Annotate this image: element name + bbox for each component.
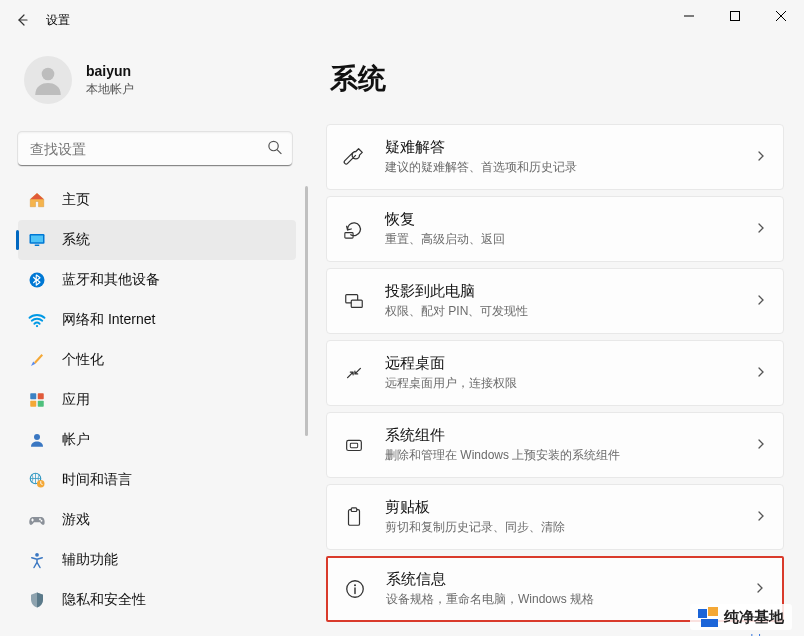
card-title: 系统组件 [385,426,755,445]
svg-point-12 [36,325,38,327]
maximize-icon [730,11,740,21]
svg-rect-26 [347,440,362,450]
card-title: 剪贴板 [385,498,755,517]
info-icon [342,576,368,602]
minimize-icon [684,11,694,21]
sidebar-item-system[interactable]: 系统 [18,220,296,260]
sidebar: baiyun 本地帐户 主页 系统 [0,40,310,636]
card-project[interactable]: 投影到此电脑 权限、配对 PIN、可发现性 [326,268,784,334]
nav-list: 主页 系统 蓝牙和其他设备 网络和 Internet 个性化 [0,180,310,636]
chevron-right-icon [755,436,767,454]
card-system-components[interactable]: 系统组件 删除和管理在 Windows 上预安装的系统组件 [326,412,784,478]
maximize-button[interactable] [712,0,758,32]
card-troubleshoot[interactable]: 疑难解答 建议的疑难解答、首选项和历史记录 [326,124,784,190]
wifi-icon [26,309,48,331]
arrow-left-icon [14,12,30,28]
sidebar-item-accounts[interactable]: 帐户 [18,420,296,460]
search-icon [267,140,282,159]
svg-rect-29 [351,508,357,512]
card-recovery[interactable]: 恢复 重置、高级启动、返回 [326,196,784,262]
profile-block[interactable]: baiyun 本地帐户 [0,48,310,122]
sidebar-item-gaming[interactable]: 游戏 [18,500,296,540]
accessibility-icon [26,549,48,571]
svg-rect-2 [731,12,740,21]
close-icon [776,11,786,21]
sidebar-item-apps[interactable]: 应用 [18,380,296,420]
chevron-right-icon [755,148,767,166]
svg-rect-14 [38,393,44,399]
sidebar-item-label: 游戏 [62,511,90,529]
card-title: 远程桌面 [385,354,755,373]
person-icon [30,62,66,98]
card-sub: 删除和管理在 Windows 上预安装的系统组件 [385,447,755,464]
globe-clock-icon [26,469,48,491]
scrollbar[interactable] [305,186,308,436]
project-icon [341,288,367,314]
card-sub: 剪切和复制历史记录、同步、清除 [385,519,755,536]
svg-point-17 [34,434,40,440]
card-title: 疑难解答 [385,138,755,157]
card-sub: 权限、配对 PIN、可发现性 [385,303,755,320]
sidebar-item-label: 蓝牙和其他设备 [62,271,160,289]
chevron-right-icon [755,220,767,238]
card-sub: 远程桌面用户，连接权限 [385,375,755,392]
account-icon [26,429,48,451]
sidebar-item-label: 网络和 Internet [62,311,155,329]
card-title: 恢复 [385,210,755,229]
svg-rect-34 [708,607,718,616]
system-icon [26,229,48,251]
game-icon [26,509,48,531]
sidebar-item-label: 系统 [62,231,90,249]
card-sub: 建议的疑难解答、首选项和历史记录 [385,159,755,176]
svg-rect-33 [698,609,707,618]
sidebar-item-network[interactable]: 网络和 Internet [18,300,296,340]
page-title: 系统 [330,60,784,98]
sidebar-item-accessibility[interactable]: 辅助功能 [18,540,296,580]
sidebar-item-label: 辅助功能 [62,551,118,569]
svg-rect-25 [351,300,362,307]
svg-rect-16 [38,401,44,407]
svg-point-22 [35,553,39,557]
minimize-button[interactable] [666,0,712,32]
svg-point-31 [354,584,356,586]
svg-point-5 [42,68,55,81]
svg-rect-27 [350,443,357,448]
sidebar-item-personalization[interactable]: 个性化 [18,340,296,380]
close-button[interactable] [758,0,804,32]
sidebar-item-label: 主页 [62,191,90,209]
svg-rect-13 [30,393,36,399]
svg-rect-10 [35,245,40,247]
sidebar-item-time-language[interactable]: 时间和语言 [18,460,296,500]
svg-point-6 [269,141,278,150]
search-input[interactable] [18,132,292,166]
sidebar-item-label: 时间和语言 [62,471,132,489]
card-title: 系统信息 [386,570,754,589]
components-icon [341,432,367,458]
avatar [24,56,72,104]
sidebar-item-bluetooth[interactable]: 蓝牙和其他设备 [18,260,296,300]
apps-icon [26,389,48,411]
remote-icon [341,360,367,386]
sidebar-item-home[interactable]: 主页 [18,180,296,220]
profile-sub: 本地帐户 [86,81,134,98]
card-remote-desktop[interactable]: 远程桌面 远程桌面用户，连接权限 [326,340,784,406]
svg-point-20 [39,518,41,520]
svg-point-21 [41,520,43,522]
clipboard-icon [341,504,367,530]
sidebar-item-label: 应用 [62,391,90,409]
svg-rect-15 [30,401,36,407]
watermark-logo-icon [698,607,718,627]
chevron-right-icon [755,292,767,310]
sidebar-item-privacy[interactable]: 隐私和安全性 [18,580,296,620]
wrench-icon [341,144,367,170]
card-clipboard[interactable]: 剪贴板 剪切和复制历史记录、同步、清除 [326,484,784,550]
back-button[interactable] [4,2,40,38]
svg-rect-9 [31,236,43,243]
bluetooth-icon [26,269,48,291]
card-sub: 重置、高级启动、返回 [385,231,755,248]
sidebar-item-label: 隐私和安全性 [62,591,146,609]
chevron-right-icon [754,580,766,598]
watermark: 纯净基地 [690,604,792,630]
home-icon [26,189,48,211]
svg-line-7 [277,150,281,154]
